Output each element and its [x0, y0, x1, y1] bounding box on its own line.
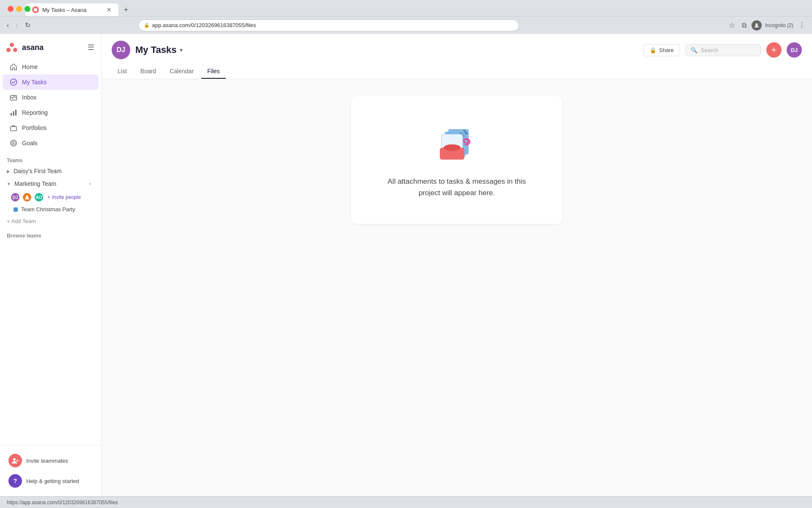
svg-point-20 [444, 144, 461, 151]
url-text: app.asana.com/0/1203269616387055/files [152, 22, 256, 28]
svg-rect-7 [11, 113, 12, 116]
add-team-label: + Add Team [7, 218, 36, 224]
sidebar-item-home[interactable]: Home [3, 59, 99, 75]
asana-logo: asana [5, 41, 44, 54]
project-christmas-party[interactable]: Team Christmas Party [0, 204, 101, 215]
main-body: All attachments to tasks & messages in t… [102, 79, 812, 496]
header-left: DJ My Tasks ▾ [112, 41, 183, 59]
user-avatar-initials: DJ [791, 47, 798, 53]
teams-section-title: Teams [0, 152, 101, 165]
invite-plus-icon: + [47, 194, 50, 200]
sidebar-item-my-tasks[interactable]: My Tasks [3, 75, 99, 90]
invite-teammates-button[interactable]: Invite teammates [5, 450, 96, 471]
team-chevron-icon: ▶ [7, 169, 10, 174]
team-daisys-first-team[interactable]: ▶ Daisy's First Team [3, 165, 99, 177]
add-task-button[interactable]: + [766, 42, 782, 58]
sidebar-toggle-button[interactable]: ☰ [86, 41, 96, 54]
files-empty-message: All attachments to tasks & messages in t… [385, 176, 529, 199]
url-bar[interactable]: 🔒 app.asana.com/0/1203269616387055/files [138, 19, 519, 31]
share-button[interactable]: 🔒 Share [643, 44, 680, 56]
sidebar-footer: Invite teammates ? Help & getting starte… [0, 445, 101, 496]
tab-board[interactable]: Board [134, 64, 162, 79]
share-button-label: Share [659, 47, 674, 53]
traffic-light-red[interactable] [8, 6, 14, 12]
sidebar-item-portfolios-label: Portfolios [22, 124, 47, 131]
svg-rect-8 [13, 111, 14, 116]
project-avatar: DJ [112, 41, 130, 59]
bookmark-button[interactable]: ☆ [727, 19, 737, 31]
svg-point-4 [13, 48, 17, 52]
files-empty-state: All attachments to tasks & messages in t… [351, 96, 562, 224]
sidebar-item-my-tasks-label: My Tasks [22, 79, 47, 86]
portfolios-icon [9, 124, 18, 132]
goals-icon [9, 139, 18, 147]
tab-close-button[interactable]: ✕ [107, 6, 112, 13]
user-avatar[interactable]: DJ [787, 42, 802, 58]
svg-point-3 [6, 48, 11, 52]
marketing-team-avatars: DJ AO + Invite people [0, 190, 101, 204]
extensions-button[interactable]: ⧉ [740, 20, 748, 31]
sidebar-item-reporting[interactable]: Reporting [3, 105, 99, 120]
svg-point-2 [10, 43, 14, 47]
project-christmas-party-label: Team Christmas Party [21, 206, 75, 213]
project-title-row: My Tasks ▾ [135, 44, 183, 55]
avatar-orange [22, 192, 32, 202]
help-button[interactable]: ? Help & getting started [5, 471, 96, 491]
back-button[interactable]: ‹ [5, 20, 11, 31]
project-avatar-initials: DJ [117, 46, 125, 54]
tab-board-label: Board [140, 68, 156, 75]
reload-button[interactable]: ↻ [23, 19, 32, 31]
tab-files-label: Files [207, 68, 220, 75]
files-illustration [436, 121, 478, 164]
team-marketing-chevron-icon: ▼ [7, 182, 11, 186]
team-marketing-team: ▼ Marketing Team + DJ AO + Invite people… [0, 177, 101, 215]
svg-point-5 [11, 79, 17, 86]
header-tabs: List Board Calendar Files [112, 64, 802, 79]
sidebar-item-reporting-label: Reporting [22, 109, 48, 116]
svg-rect-10 [11, 127, 16, 131]
tab-list[interactable]: List [112, 64, 133, 79]
status-url: https://app.asana.com/0/1203269616387055… [7, 500, 118, 505]
sidebar-item-inbox-label: Inbox [22, 94, 36, 101]
tab-files[interactable]: Files [201, 64, 226, 79]
add-team-button[interactable]: + Add Team [0, 215, 101, 228]
browser-tab[interactable]: My Tasks – Asana ✕ [25, 3, 118, 16]
avatar-dj: DJ [10, 192, 20, 202]
project-dot-icon [14, 207, 18, 212]
search-box[interactable]: 🔍 Search [685, 44, 761, 56]
reporting-icon [9, 108, 18, 117]
svg-rect-9 [15, 110, 16, 116]
home-icon [9, 63, 18, 71]
my-tasks-icon [9, 78, 18, 86]
main-header: DJ My Tasks ▾ 🔒 Share 🔍 Search [102, 34, 812, 79]
team-marketing-team-header[interactable]: ▼ Marketing Team + [3, 177, 99, 190]
sidebar-header: asana ☰ [0, 34, 101, 58]
share-lock-icon: 🔒 [650, 47, 656, 53]
forward-button[interactable]: › [14, 20, 19, 31]
invite-people-button[interactable]: + Invite people [47, 194, 81, 200]
header-top-row: DJ My Tasks ▾ 🔒 Share 🔍 Search [112, 41, 802, 59]
project-dropdown-button[interactable]: ▾ [180, 47, 183, 53]
tab-calendar-label: Calendar [170, 68, 194, 75]
invite-teammates-icon [8, 454, 22, 467]
invite-teammates-label: Invite teammates [26, 458, 68, 464]
team-daisys-first-team-label: Daisy's First Team [14, 168, 62, 174]
search-placeholder: Search [701, 47, 718, 53]
incognito-badge [752, 20, 762, 30]
new-tab-button[interactable]: + [120, 4, 132, 16]
inbox-icon [9, 93, 18, 102]
tab-list-label: List [118, 68, 127, 75]
marketing-team-add-button[interactable]: + [86, 179, 94, 188]
project-title: My Tasks [135, 44, 176, 55]
browse-teams-button[interactable]: Browse teams [0, 228, 101, 240]
header-right: 🔒 Share 🔍 Search + DJ [643, 42, 802, 58]
status-bar: https://app.asana.com/0/1203269616387055… [0, 496, 812, 508]
traffic-light-yellow[interactable] [16, 6, 22, 12]
sidebar-item-goals[interactable]: Goals [3, 135, 99, 151]
search-icon: 🔍 [691, 47, 697, 53]
sidebar-item-portfolios[interactable]: Portfolios [3, 120, 99, 135]
sidebar-item-inbox[interactable]: Inbox [3, 90, 99, 105]
menu-button[interactable]: ⋮ [797, 19, 807, 31]
tab-calendar[interactable]: Calendar [164, 64, 200, 79]
traffic-light-green[interactable] [25, 6, 30, 12]
